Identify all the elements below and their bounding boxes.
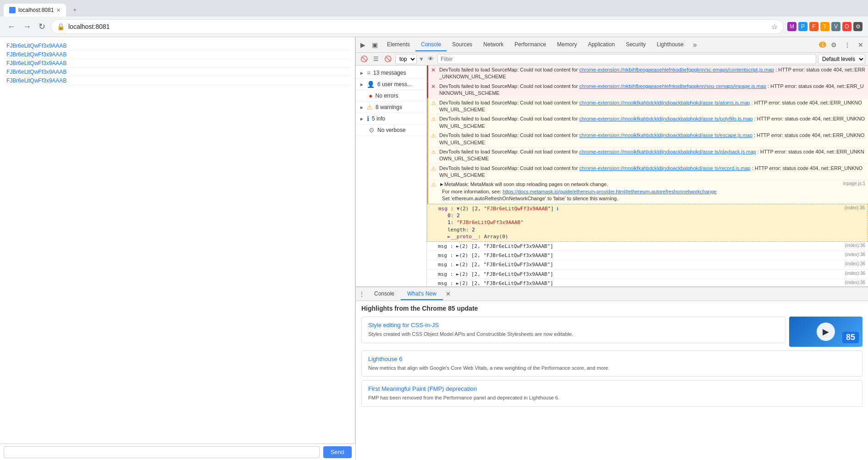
log-link[interactable]: chrome-extension://mooikfkahbdckldijndio… [579, 132, 752, 138]
bottom-panel-menu-icon[interactable]: ⋮ [356, 288, 368, 301]
clear-console-btn[interactable]: 🚫 [359, 55, 370, 63]
tab-console[interactable]: Console [415, 38, 447, 51]
sidebar-errors[interactable]: ● No errors [356, 90, 426, 102]
log-entry-msg-1: msg : ►(2) [2, "FJBr6eLitQwFf3x9AAAB"] (… [427, 242, 868, 251]
devtools-inspect-btn[interactable]: ▶ [358, 39, 368, 50]
log-text: DevTools failed to load SourceMap: Could… [439, 66, 865, 81]
tab-close-icon[interactable]: × [56, 6, 60, 14]
ext-icon-settings[interactable]: ⚙ [853, 22, 862, 31]
default-levels-select[interactable]: Default levels [818, 54, 865, 64]
sidebar-user-messages[interactable]: ► 👤 6 user mess... [356, 79, 426, 90]
console-toolbar: 🚫 ☰ 🚫 top ▼ 👁 Default levels [356, 53, 868, 66]
log-text: ►MetaMask: MetaMask will soon stop reloa… [439, 181, 840, 202]
log-entry-metamask: ⚠ ►MetaMask: MetaMask will soon stop rel… [427, 180, 868, 203]
settings-btn[interactable]: ⚙ [828, 39, 840, 50]
tab-security[interactable]: Security [620, 38, 651, 51]
devtools-device-btn[interactable]: ▣ [369, 39, 381, 50]
log-link[interactable]: chrome-extension://nkbihfbeogaeaoehlefnk… [579, 83, 766, 89]
message-input[interactable] [4, 446, 320, 458]
ext-icon-2[interactable]: P [798, 22, 807, 31]
page-content: FJBr6eLitQwFf3x9AAAB FJBr6eLitQwFf3x9AAA… [0, 37, 355, 460]
news-card-desc: New metrics that align with Google's Cor… [368, 364, 856, 372]
news-card-lighthouse[interactable]: Lighthouse 6 New metrics that align with… [361, 350, 862, 377]
warning-icon: ⚠ [431, 116, 437, 122]
log-source: (index):36 [841, 243, 865, 248]
messages-label: 13 messages [373, 70, 406, 76]
info-icon: ℹ [367, 115, 369, 122]
sidebar-verbose[interactable]: ⚙ No verbose [356, 125, 426, 136]
close-devtools-btn[interactable]: ✕ [855, 39, 866, 50]
log-link[interactable]: chrome-extension://mooikfkahbdckldijndio… [579, 165, 751, 171]
sidebar-info[interactable]: ► ℹ 5 info [356, 113, 426, 125]
console-log: ✕ DevTools failed to load SourceMap: Cou… [427, 66, 868, 286]
sidebar-warnings[interactable]: ► ⚠ 8 warnings [356, 102, 426, 113]
log-entry: ✕ DevTools failed to load SourceMap: Cou… [427, 82, 868, 99]
ext-icon-opera[interactable]: O [842, 22, 851, 31]
news-video-thumbnail[interactable]: ▶ 85 [789, 317, 862, 347]
filter-toggle-btn[interactable]: ☰ [371, 55, 381, 63]
log-link[interactable]: chrome-extension://mooikfkahbdckldijndio… [579, 100, 750, 105]
tab-elements[interactable]: Elements [381, 38, 415, 51]
more-options-btn[interactable]: ⋮ [841, 39, 853, 50]
main-layout: FJBr6eLitQwFf3x9AAAB FJBr6eLitQwFf3x9AAA… [0, 37, 868, 460]
block-btn[interactable]: 🚫 [382, 55, 393, 63]
input-bar: Send [0, 444, 355, 460]
new-tab-btn[interactable]: + [68, 4, 82, 16]
filter-input[interactable] [437, 54, 816, 64]
log-link[interactable]: https://docs.metamask.io/guide/ethereum-… [503, 189, 717, 194]
play-button[interactable]: ▶ [817, 323, 835, 341]
forward-button[interactable]: → [21, 20, 33, 33]
news-image-inner: ▶ 85 [789, 317, 862, 347]
expand-icon: ► [359, 71, 364, 76]
more-tabs-btn[interactable]: » [689, 39, 701, 51]
devtools-bottom-panel: ⋮ Console What's New ✕ Highlights from t… [356, 286, 868, 460]
nav-bar: ← → ↻ 🔒 localhost:8081 ☆ M P F T V O ⚙ [0, 16, 868, 37]
news-card-css-in-js[interactable]: Style editing for CSS-in-JS Styles creat… [361, 317, 785, 343]
close-bottom-tab-icon[interactable]: ✕ [443, 289, 453, 299]
log-text: DevTools failed to load SourceMap: Could… [439, 115, 865, 130]
version-badge: 85 [842, 332, 859, 343]
log-link[interactable]: chrome-extension://nkbihfbeogaeaoehlefnk… [579, 67, 774, 72]
log-entry: ⚠ DevTools failed to load SourceMap: Cou… [427, 164, 868, 181]
errors-label: No errors [375, 93, 398, 99]
back-button[interactable]: ← [6, 20, 17, 33]
tab-network[interactable]: Network [478, 38, 509, 51]
tab-whats-new[interactable]: What's New [401, 288, 443, 300]
expand-icon: ► [359, 105, 364, 110]
list-icon: ≡ [367, 69, 370, 77]
log-text: DevTools failed to load SourceMap: Could… [439, 165, 865, 179]
tab-lighthouse[interactable]: Lighthouse [651, 38, 689, 51]
log-link[interactable]: chrome-extension://mooikfkahbdckldijndio… [579, 116, 752, 121]
news-card-fmp[interactable]: First Meaningful Paint (FMP) deprecation… [361, 380, 862, 407]
log-entry-msg-4: msg : ►(2) [2, "FJBr6eLitQwFf3x9AAAB"] (… [427, 270, 868, 279]
devtools-toolbar: ▶ ▣ Elements Console Sources Network Per… [356, 37, 868, 53]
news-card-desc: Styles created with CSS Object Model API… [368, 330, 779, 338]
reload-button[interactable]: ↻ [37, 20, 47, 33]
news-card-title: First Meaningful Paint (FMP) deprecation [368, 385, 856, 392]
bottom-tabs: ⋮ Console What's New ✕ [356, 287, 868, 301]
tab-console-bottom[interactable]: Console [368, 288, 401, 300]
context-select[interactable]: top [395, 54, 417, 64]
eye-btn[interactable]: 👁 [426, 55, 436, 63]
ext-icon-4[interactable]: T [820, 22, 829, 31]
news-card-title: Style editing for CSS-in-JS [368, 322, 779, 329]
address-bar[interactable]: 🔒 localhost:8081 ☆ [51, 19, 784, 34]
log-link[interactable]: chrome-extension://mooikfkahbdckldijndio… [579, 149, 756, 154]
tab-memory[interactable]: Memory [552, 38, 582, 51]
send-button[interactable]: Send [323, 446, 352, 458]
devtools-panel: ▶ ▣ Elements Console Sources Network Per… [355, 37, 868, 460]
bookmark-button[interactable]: ☆ [771, 22, 778, 31]
tab-sources[interactable]: Sources [447, 38, 478, 51]
ext-icon-5[interactable]: V [831, 22, 840, 31]
log-entry: ⚠ DevTools failed to load SourceMap: Cou… [427, 115, 868, 131]
tab-application[interactable]: Application [582, 38, 620, 51]
sidebar-messages[interactable]: ► ≡ 13 messages [356, 67, 426, 79]
ext-icon-1[interactable]: M [787, 22, 796, 31]
tab-performance[interactable]: Performance [509, 38, 552, 51]
verbose-icon: ⚙ [369, 126, 375, 134]
ext-icon-3[interactable]: F [809, 22, 818, 31]
log-source: (index):36 [841, 261, 865, 266]
active-tab[interactable]: localhost:8081 × [4, 4, 66, 16]
log-text: msg : ►(2) [2, "FJBr6eLitQwFf3x9AAAB"] [438, 243, 841, 250]
log-entry: ⚠ DevTools failed to load SourceMap: Cou… [427, 148, 868, 164]
